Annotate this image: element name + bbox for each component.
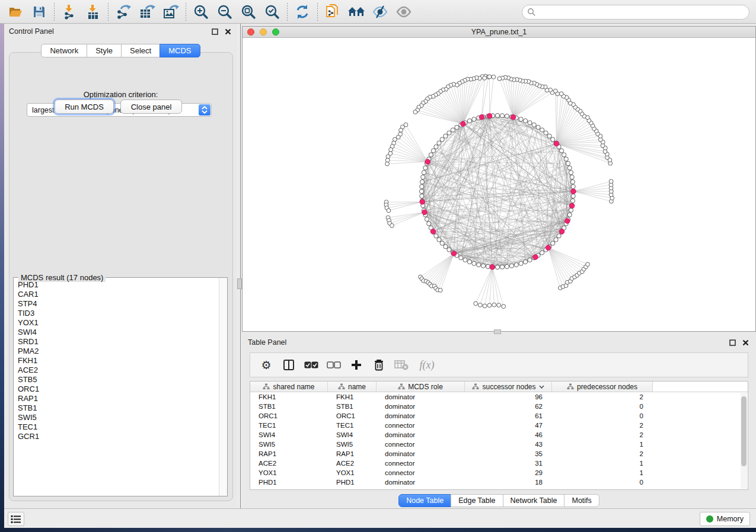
maximize-window-icon[interactable] xyxy=(272,28,279,36)
table-cell[interactable]: connector xyxy=(377,459,465,468)
graph-leaf-node[interactable] xyxy=(492,303,496,307)
zoom-out-button[interactable] xyxy=(214,2,235,22)
graph-node[interactable] xyxy=(447,248,451,252)
graph-leaf-node[interactable] xyxy=(478,303,482,307)
table-row[interactable]: SWI5SWI5connector431 xyxy=(250,440,748,449)
table-cell[interactable]: RAP1 xyxy=(250,449,328,459)
table-cell[interactable]: TEC1 xyxy=(250,421,328,430)
close-table-panel-button[interactable] xyxy=(741,338,750,347)
table-settings-button[interactable]: ⚙ xyxy=(256,355,276,374)
table-cell[interactable]: STB1 xyxy=(328,402,377,411)
graph-node[interactable] xyxy=(444,245,448,249)
graph-node[interactable] xyxy=(509,264,513,268)
column-header-shared-name[interactable]: shared name xyxy=(250,382,328,392)
graph-node[interactable] xyxy=(425,217,429,222)
delete-column-button[interactable] xyxy=(369,355,389,374)
graph-leaf-node[interactable] xyxy=(474,302,478,306)
table-row[interactable]: RAP1RAP1dominator352 xyxy=(250,449,748,459)
mcds-result-item[interactable]: STB1 xyxy=(18,403,219,413)
graph-node[interactable] xyxy=(444,134,448,138)
column-header-MCDS-role[interactable]: MCDS role xyxy=(377,382,465,392)
table-scrollbar[interactable] xyxy=(741,393,747,489)
graph-node[interactable] xyxy=(570,198,575,203)
table-cell[interactable]: STB1 xyxy=(250,402,328,411)
table-cell[interactable]: connector xyxy=(377,440,465,449)
graph-mcds-node[interactable] xyxy=(422,210,428,215)
graph-leaf-node[interactable] xyxy=(492,75,496,79)
graph-node[interactable] xyxy=(427,222,431,226)
graph-node[interactable] xyxy=(536,125,540,129)
table-cell[interactable]: dominator xyxy=(377,402,465,411)
table-row[interactable]: FKH1FKH1dominator962 xyxy=(250,392,748,402)
table-row[interactable]: SWI4SWI4dominator462 xyxy=(250,430,748,440)
table-cell[interactable]: 2 xyxy=(552,449,653,459)
table-cell[interactable]: ORC1 xyxy=(250,411,328,421)
graph-node[interactable] xyxy=(467,118,471,123)
tab-edge-table[interactable]: Edge Table xyxy=(451,494,503,507)
graph-leaf-node[interactable] xyxy=(559,92,563,96)
function-builder-button[interactable]: f(x) xyxy=(414,355,440,374)
mcds-result-item[interactable]: STB5 xyxy=(18,375,219,384)
graph-mcds-node[interactable] xyxy=(479,115,484,120)
network-titlebar[interactable]: YPA_prune.txt_1 xyxy=(243,27,755,38)
table-scrollbar-thumb[interactable] xyxy=(741,396,747,466)
graph-node[interactable] xyxy=(472,261,476,265)
graph-mcds-node[interactable] xyxy=(461,121,466,127)
hide-graphics-details-button[interactable] xyxy=(369,2,391,22)
mcds-result-item[interactable]: RAP1 xyxy=(18,394,219,403)
graph-leaf-node[interactable] xyxy=(502,305,506,309)
mcds-result-item[interactable]: FKH1 xyxy=(18,356,219,366)
graph-node[interactable] xyxy=(467,259,471,264)
mcds-result-item[interactable]: YOX1 xyxy=(18,318,219,328)
birds-eye-view-button[interactable] xyxy=(393,2,414,22)
graph-node[interactable] xyxy=(505,264,509,268)
table-cell[interactable]: PHD1 xyxy=(328,477,377,487)
column-header-successor-nodes[interactable]: successor nodes xyxy=(465,382,552,392)
table-cell[interactable]: RAP1 xyxy=(328,449,377,459)
deselect-all-button[interactable] xyxy=(324,355,344,374)
graph-node[interactable] xyxy=(519,117,523,121)
graph-node[interactable] xyxy=(431,149,435,153)
delete-table-button[interactable] xyxy=(391,355,412,374)
graph-leaf-node[interactable] xyxy=(385,162,390,166)
table-cell[interactable]: dominator xyxy=(377,477,465,487)
graph-node[interactable] xyxy=(420,180,424,184)
tab-network-table[interactable]: Network Table xyxy=(503,494,565,507)
table-cell[interactable]: 1 xyxy=(552,468,653,477)
table-cell[interactable]: FKH1 xyxy=(328,392,377,402)
mcds-result-item[interactable]: STP4 xyxy=(18,299,219,309)
graph-node[interactable] xyxy=(514,262,518,267)
graph-mcds-node[interactable] xyxy=(425,159,430,165)
network-canvas[interactable] xyxy=(243,38,755,331)
graph-node[interactable] xyxy=(505,114,509,118)
mcds-result-item[interactable]: TID3 xyxy=(18,309,219,318)
table-cell[interactable]: dominator xyxy=(377,411,465,421)
graph-node[interactable] xyxy=(451,128,455,132)
table-cell[interactable]: dominator xyxy=(377,392,465,402)
graph-mcds-node[interactable] xyxy=(487,113,492,118)
graph-mcds-node[interactable] xyxy=(533,255,538,260)
table-row[interactable]: ORC1ORC1dominator610 xyxy=(250,411,748,421)
graph-node[interactable] xyxy=(440,137,444,142)
table-cell[interactable]: 35 xyxy=(465,449,552,459)
show-columns-button[interactable] xyxy=(279,355,299,374)
table-cell[interactable]: 46 xyxy=(465,430,552,440)
close-panel-button[interactable]: Close panel xyxy=(120,100,182,114)
table-cell[interactable]: 1 xyxy=(552,440,653,449)
save-session-button[interactable] xyxy=(28,2,50,22)
table-cell[interactable]: 18 xyxy=(465,477,552,487)
table-cell[interactable]: ACE2 xyxy=(328,459,377,468)
graph-mcds-node[interactable] xyxy=(511,115,516,120)
graph-node[interactable] xyxy=(566,161,570,165)
table-row[interactable]: ACE2ACE2connector311 xyxy=(250,459,748,468)
run-mcds-button[interactable]: Run MCDS xyxy=(55,100,114,114)
graph-leaf-node[interactable] xyxy=(387,209,391,213)
table-cell[interactable]: 0 xyxy=(552,477,653,487)
open-file-button[interactable] xyxy=(5,2,26,22)
table-row[interactable]: PHD1PHD1dominator180 xyxy=(250,477,748,487)
memory-button[interactable]: Memory xyxy=(700,512,750,526)
search-input[interactable] xyxy=(536,8,749,17)
import-table-button[interactable] xyxy=(82,2,104,22)
graph-node[interactable] xyxy=(567,166,572,170)
table-cell[interactable]: connector xyxy=(377,421,465,430)
